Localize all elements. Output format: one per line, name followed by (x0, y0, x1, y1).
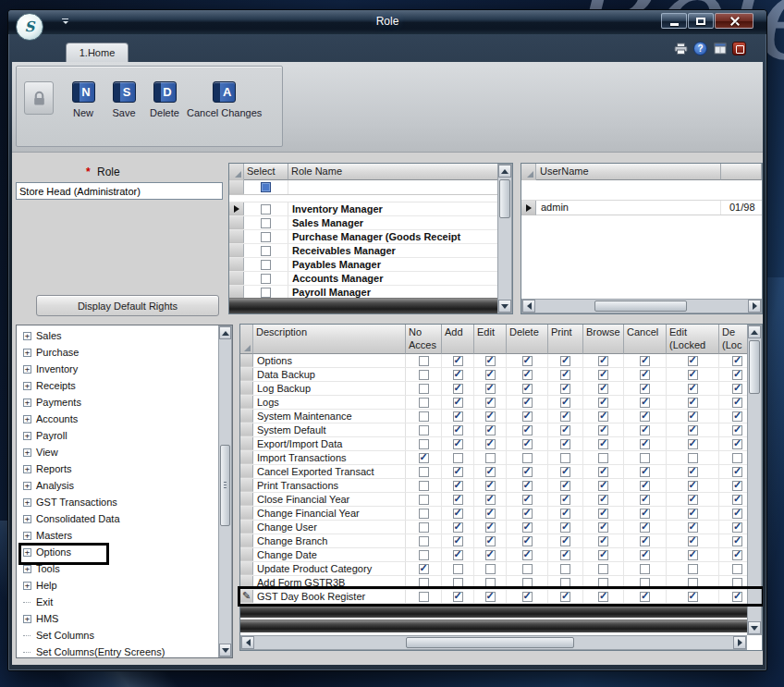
ribbon-button-save[interactable]: SSave (104, 81, 144, 118)
perm-checkbox[interactable] (598, 398, 608, 408)
display-default-rights-button[interactable]: Display Default Rights (36, 295, 219, 316)
role-row[interactable]: Receivables Manager (229, 244, 499, 258)
perm-checkbox[interactable] (522, 495, 533, 505)
perm-checkbox[interactable] (688, 550, 698, 560)
select-all-checkbox[interactable] (261, 182, 271, 192)
perm-row[interactable]: Print Transactions (240, 479, 749, 493)
tree-item-accounts[interactable]: +Accounts (17, 411, 219, 427)
perm-checkbox[interactable] (560, 522, 570, 533)
role-row[interactable]: Sales Manager (229, 216, 499, 230)
perm-checkbox[interactable] (419, 453, 429, 463)
perm-checkbox[interactable] (485, 592, 496, 602)
perm-checkbox[interactable] (485, 495, 496, 505)
perm-checkbox[interactable] (453, 370, 463, 380)
expand-icon[interactable]: + (23, 432, 31, 440)
perm-checkbox[interactable] (688, 425, 698, 436)
perm-checkbox[interactable] (688, 411, 698, 422)
perm-checkbox[interactable] (522, 592, 533, 602)
close-button[interactable] (715, 13, 753, 29)
perm-checkbox[interactable] (560, 536, 570, 546)
perm-checkbox[interactable] (598, 578, 608, 588)
perm-checkbox[interactable] (485, 398, 496, 408)
scroll-thumb[interactable] (220, 445, 230, 526)
grid-corner[interactable] (521, 164, 536, 180)
expand-icon[interactable]: + (23, 582, 31, 590)
perm-checkbox[interactable] (419, 578, 429, 588)
perm-checkbox[interactable] (485, 411, 496, 422)
perm-checkbox[interactable] (453, 564, 463, 574)
perm-checkbox[interactable] (560, 481, 570, 491)
perm-col-header[interactable]: Edit (474, 325, 507, 354)
role-row[interactable]: Payables Manager (229, 258, 499, 272)
scroll-down-button[interactable] (498, 300, 511, 313)
perm-checkbox[interactable] (453, 384, 463, 394)
perm-checkbox[interactable] (453, 425, 463, 436)
perm-checkbox[interactable] (688, 481, 698, 491)
perm-checkbox[interactable] (419, 356, 429, 366)
perm-row[interactable]: Cancel Exported Transact (240, 465, 749, 479)
perm-checkbox[interactable] (640, 592, 650, 602)
user-row[interactable]: admin 01/98 (521, 201, 762, 215)
perm-col-header[interactable]: Edit (Locked (667, 325, 719, 354)
perm-checkbox[interactable] (640, 439, 650, 449)
perm-checkbox[interactable] (732, 356, 742, 366)
perm-checkbox[interactable] (688, 536, 698, 546)
perm-checkbox[interactable] (732, 522, 742, 533)
tree-item-set-columns[interactable]: Set Columns (17, 627, 219, 644)
perm-row[interactable]: Change Branch (240, 534, 749, 548)
tree-item-gst-transactions[interactable]: +GST Transactions (17, 494, 219, 510)
perm-checkbox[interactable] (598, 522, 608, 533)
perm-checkbox[interactable] (598, 356, 608, 366)
perm-checkbox[interactable] (732, 536, 742, 546)
perm-checkbox[interactable] (598, 467, 608, 477)
tree-item-consolidated-data[interactable]: +Consolidated Data (17, 510, 219, 527)
perm-checkbox[interactable] (485, 439, 496, 449)
tab-home[interactable]: 1.Home (66, 43, 129, 62)
perm-row[interactable]: Data Backup (240, 368, 749, 382)
expand-icon[interactable]: + (23, 448, 31, 457)
perm-checkbox[interactable] (732, 439, 742, 449)
perm-checkbox[interactable] (732, 453, 742, 463)
perm-checkbox[interactable] (560, 509, 570, 519)
perm-checkbox[interactable] (640, 425, 650, 436)
perm-checkbox[interactable] (485, 467, 496, 477)
perm-checkbox[interactable] (522, 411, 533, 422)
perm-checkbox[interactable] (453, 550, 463, 560)
perm-checkbox[interactable] (732, 578, 742, 588)
perm-grid-hscrollbar[interactable] (240, 635, 747, 650)
role-select-checkbox[interactable] (261, 246, 271, 256)
perm-checkbox[interactable] (688, 439, 698, 449)
role-select-checkbox[interactable] (261, 288, 271, 298)
perm-checkbox[interactable] (419, 564, 429, 574)
perm-checkbox[interactable] (640, 481, 650, 491)
perm-checkbox[interactable] (522, 481, 533, 491)
perm-checkbox[interactable] (598, 370, 608, 380)
perm-checkbox[interactable] (419, 509, 429, 519)
perm-row[interactable]: Update Product Category (240, 562, 749, 576)
perm-checkbox[interactable] (640, 564, 650, 574)
perm-row[interactable]: System Maintenance (240, 410, 749, 423)
perm-checkbox[interactable] (522, 425, 533, 436)
window-layout-icon[interactable] (713, 42, 727, 55)
scroll-up-button[interactable] (748, 325, 761, 338)
perm-col-header[interactable]: No Acces (406, 325, 442, 354)
role-select-checkbox[interactable] (261, 218, 271, 228)
minimize-button[interactable] (661, 13, 687, 29)
perm-checkbox[interactable] (560, 439, 570, 449)
expand-icon[interactable]: + (23, 565, 31, 573)
perm-checkbox[interactable] (485, 550, 496, 560)
scroll-left-button[interactable] (522, 300, 535, 313)
perm-checkbox[interactable] (598, 425, 608, 436)
expand-icon[interactable]: + (23, 482, 31, 490)
perm-checkbox[interactable] (419, 384, 429, 394)
perm-checkbox[interactable] (522, 550, 533, 560)
perm-checkbox[interactable] (419, 495, 429, 505)
perm-checkbox[interactable] (688, 509, 698, 519)
perm-checkbox[interactable] (732, 550, 742, 560)
role-select-checkbox[interactable] (261, 204, 271, 215)
role-select-checkbox[interactable] (261, 232, 271, 242)
scroll-right-button[interactable] (733, 636, 746, 649)
role-grid-filter-row[interactable] (229, 180, 499, 195)
perm-checkbox[interactable] (640, 509, 650, 519)
perm-checkbox[interactable] (485, 356, 496, 366)
